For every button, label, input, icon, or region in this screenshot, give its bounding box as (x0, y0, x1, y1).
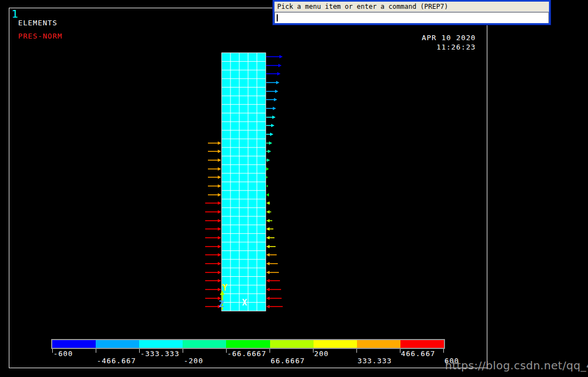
legend-tick (52, 349, 53, 353)
pressure-arrow-right-head (266, 167, 269, 171)
pressure-arrow-left-head (218, 193, 221, 196)
pressure-arrow-right-head (278, 64, 282, 67)
pressure-arrow-left-head (218, 253, 221, 256)
load-type-label: PRES-NORM (18, 32, 62, 40)
time-label: 11:26:23 (358, 42, 476, 52)
pressure-arrow-left-head (218, 210, 221, 214)
legend-tick (139, 349, 140, 353)
legend-value-label: -333.333 (140, 349, 179, 358)
model-viewport[interactable]: YXZ (0, 0, 588, 377)
pressure-arrow-left-head (218, 245, 221, 248)
date-time-stamp: APR 10 2020 11:26:23 (358, 33, 476, 52)
pressure-arrow-right-head (276, 81, 279, 84)
pressure-arrow-right-head (266, 253, 270, 256)
legend-value-label: -200 (184, 357, 204, 365)
command-prompt-window: Pick a menu item or enter a command (PRE… (273, 0, 551, 25)
pressure-arrow-right-head (266, 236, 270, 239)
legend-color-segment (314, 340, 357, 348)
legend-value-label: 466.667 (401, 349, 436, 358)
pressure-arrow-left-head (218, 167, 221, 171)
pressure-arrow-left-head (218, 150, 221, 153)
triad-z-label: Z (219, 299, 224, 309)
pressure-arrow-left-head (218, 141, 221, 145)
pressure-arrow-right-head (268, 150, 271, 153)
legend-tick (400, 349, 400, 353)
pressure-arrow-left-head (218, 219, 221, 222)
legend-color-segment (183, 340, 226, 348)
legend-color-segment (226, 340, 270, 348)
legend-value-label: -600 (53, 349, 73, 358)
legend-value-label: -466.667 (97, 357, 136, 365)
pressure-arrow-right-head (267, 159, 270, 162)
pressure-arrow-right-head (266, 297, 270, 300)
command-input[interactable] (275, 13, 548, 23)
pressure-arrow-right-head (269, 141, 272, 145)
pressure-arrow-right-head (275, 90, 278, 93)
legend-value-label: 200 (314, 349, 329, 358)
pressure-arrow-right-head (266, 201, 270, 205)
ansys-graphics-screen: { "annotations": { "plot_id": "1", "plot… (0, 0, 588, 377)
legend-color-segment (400, 340, 444, 348)
pressure-arrow-right-head (272, 116, 276, 119)
pressure-arrow-right-head (266, 193, 269, 196)
pressure-arrow-right-head (266, 288, 270, 291)
pressure-arrow-right-head (266, 227, 270, 231)
pressure-arrow-right-head (266, 219, 270, 222)
pressure-arrow-right-head (270, 133, 273, 136)
legend-value-label: 66.6667 (271, 357, 305, 365)
date-label: APR 10 2020 (358, 33, 476, 42)
legend-value-label: -66.6667 (227, 349, 266, 358)
legend-color-segment (139, 340, 183, 348)
legend-tick (356, 349, 357, 353)
legend-tick (270, 349, 270, 353)
legend-value-label: 333.333 (358, 357, 392, 365)
legend-tick (313, 349, 314, 353)
pressure-arrow-right-head (266, 245, 270, 248)
legend-color-segment (270, 340, 314, 348)
pressure-arrow-right-head (277, 72, 281, 75)
pressure-arrow-right-head (266, 271, 270, 274)
pressure-arrow-right-head (266, 262, 270, 265)
legend-color-segment (357, 340, 400, 348)
pressure-arrow-left-head (218, 227, 221, 231)
pressure-arrow-right-head (274, 98, 277, 101)
pressure-arrow-right-head (271, 124, 274, 127)
watermark-text: https://blog.csdn.net/qq_44130638 (445, 359, 588, 372)
pressure-arrow-right-head (266, 176, 268, 178)
pressure-arrow-left-head (218, 176, 221, 179)
triad-y-label: Y (222, 283, 227, 293)
pressure-arrow-left-head (218, 288, 221, 291)
plot-type-label: ELEMENTS (18, 19, 57, 27)
legend-tick (96, 349, 96, 353)
legend-tick (183, 349, 183, 353)
triad-x-label: X (242, 298, 247, 308)
legend-color-segment (96, 340, 139, 348)
pressure-arrow-right-head (266, 210, 270, 214)
pressure-arrow-left-head (218, 262, 221, 265)
pressure-arrow-left-head (218, 201, 221, 205)
pressure-arrow-left-head (218, 236, 221, 239)
pressure-arrow-right-head (266, 185, 268, 187)
pressure-arrow-left-head (218, 279, 221, 282)
pressure-arrow-right-head (279, 55, 283, 58)
legend-tick (226, 349, 227, 353)
pressure-arrow-right-head (266, 305, 270, 308)
command-input-field-wrap (274, 12, 549, 23)
pressure-arrow-left-head (218, 159, 221, 162)
legend-tick (443, 349, 444, 353)
pressure-arrow-right-head (266, 279, 270, 282)
pressure-color-legend (51, 339, 445, 349)
pressure-arrow-right-head (273, 107, 276, 110)
command-prompt-label: Pick a menu item or enter a command (PRE… (274, 2, 549, 12)
text-caret (277, 14, 278, 21)
legend-color-segment (52, 340, 96, 348)
pressure-arrow-left-head (218, 271, 221, 274)
pressure-arrow-left-head (218, 184, 221, 188)
